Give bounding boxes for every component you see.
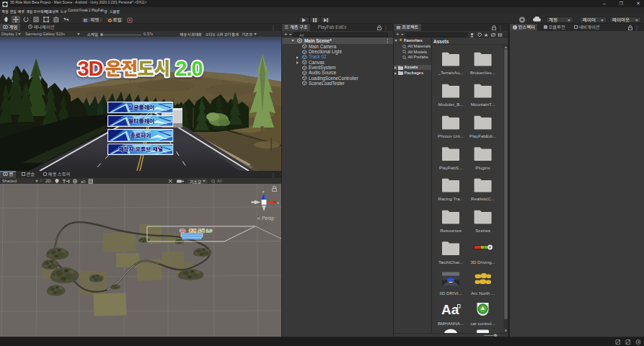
svg-text:Scenes: Scenes [475, 228, 490, 233]
svg-text:3D Driving...: 3D Driving... [470, 259, 495, 264]
svg-text:z: z [263, 190, 265, 194]
svg-text:≺ Persp: ≺ Persp [257, 216, 275, 221]
svg-text:PlayFabS...: PlayFabS... [439, 164, 462, 169]
svg-text:3D: 3D [180, 229, 185, 233]
svg-text:Arc North ...: Arc North ... [470, 290, 494, 296]
svg-text:PlayFabEdi...: PlayFabEdi... [469, 133, 496, 138]
svg-text:싱글플레이: 싱글플레이 [128, 105, 155, 111]
svg-text:x: x [277, 200, 279, 205]
svg-text:_TerrainAu...: _TerrainAu... [437, 70, 463, 75]
svg-text:TaichiChar...: TaichiChar... [438, 259, 462, 264]
svg-text:2.0: 2.0 [175, 57, 202, 80]
svg-text:운전: 운전 [105, 59, 138, 79]
svg-text:도시: 도시 [198, 229, 205, 233]
svg-text:MountainT...: MountainT... [470, 102, 495, 107]
svg-text:제작자 유튜브 채널: 제작자 유튜브 채널 [118, 146, 163, 153]
svg-text:3D: 3D [77, 57, 102, 80]
svg-text:Photon Uni...: Photon Uni... [438, 133, 464, 138]
svg-text:BrokenVec...: BrokenVec... [469, 70, 495, 75]
svg-text:Aa: Aa [441, 302, 459, 317]
svg-text:종료하기: 종료하기 [130, 133, 151, 139]
svg-text:도시: 도시 [138, 59, 170, 79]
svg-text:Plugins: Plugins [475, 164, 490, 169]
svg-text:운전: 운전 [189, 229, 196, 233]
svg-text:RealisticC...: RealisticC... [470, 196, 494, 201]
svg-text:ø0: ø0 [81, 179, 85, 184]
svg-text:BMHANNA...: BMHANNA... [437, 320, 463, 325]
svg-text:Moduler_B...: Moduler_B... [438, 102, 463, 107]
svg-text:Resources: Resources [440, 228, 462, 233]
svg-text:Assets: Assets [433, 38, 449, 43]
svg-text:car control...: car control... [470, 320, 495, 325]
svg-text:2.0: 2.0 [206, 229, 213, 233]
svg-text:멀티플레이: 멀티플레이 [128, 118, 155, 125]
svg-text:3D DRIVI...: 3D DRIVI... [439, 290, 462, 296]
svg-text:Racing Tra...: Racing Tra... [438, 196, 463, 201]
